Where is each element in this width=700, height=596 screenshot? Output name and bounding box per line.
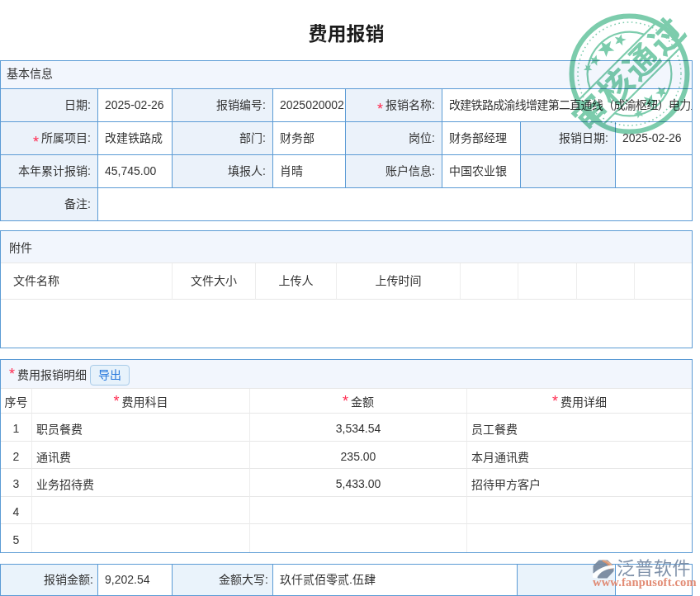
svg-text:审核通过: 审核通过 — [560, 4, 696, 140]
